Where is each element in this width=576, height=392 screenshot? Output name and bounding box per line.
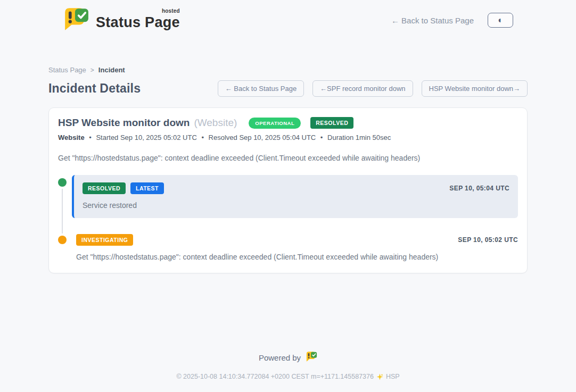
meta-separator: • xyxy=(89,134,92,141)
meta-separator: • xyxy=(320,134,323,141)
breadcrumb-status-page[interactable]: Status Page xyxy=(48,66,86,74)
meta-started: Started Sep 10, 2025 05:02 UTC xyxy=(96,134,196,141)
header-actions: ← Back to Status Page ◐ xyxy=(391,13,513,28)
header-back-link[interactable]: ← Back to Status Page xyxy=(391,16,474,25)
incident-nav-buttons: ← Back to Status Page ←SPF record monito… xyxy=(218,80,528,97)
incident-card: HSP Website monitor down (Website) OPERA… xyxy=(48,107,528,273)
half-circle-theme-icon: ◐ xyxy=(498,16,503,24)
incident-component: (Website) xyxy=(194,117,237,129)
sparkle-icon xyxy=(376,373,383,380)
brand-name: Status Page hosted xyxy=(96,10,180,31)
title-row: Incident Details ← Back to Status Page ←… xyxy=(48,80,528,97)
breadcrumb: Status Page > Incident xyxy=(48,66,528,74)
incident-description: Get "https://hostedstatus.page": context… xyxy=(58,154,518,162)
timeline-entry-investigating: INVESTIGATING SEP 10, 05:02 UTC Get "htt… xyxy=(58,234,518,261)
incident-title: HSP Website monitor down xyxy=(58,117,190,129)
timeline-entry-resolved: RESOLVED LATEST SEP 10, 05:04 UTC Servic… xyxy=(58,175,518,218)
resolved-badge: RESOLVED xyxy=(83,182,126,194)
breadcrumb-separator: > xyxy=(90,66,94,74)
incident-meta: Website • Started Sep 10, 2025 05:02 UTC… xyxy=(58,134,518,141)
resolved-state-badge: RESOLVED xyxy=(310,117,353,129)
timeline-message: Get "https://hostedstatus.page": context… xyxy=(76,253,518,261)
brand-superscript: hosted xyxy=(162,8,180,14)
timeline-highlighted-card: RESOLVED LATEST SEP 10, 05:04 UTC Servic… xyxy=(72,175,518,218)
timeline-entry-content: INVESTIGATING SEP 10, 05:02 UTC Get "htt… xyxy=(72,234,518,261)
timeline-entry-content: RESOLVED LATEST SEP 10, 05:04 UTC Servic… xyxy=(72,175,518,218)
latest-badge: LATEST xyxy=(130,182,164,194)
meta-separator: • xyxy=(201,134,204,141)
timeline-green-dot-icon xyxy=(58,178,67,187)
timeline-entry-header: INVESTIGATING SEP 10, 05:02 UTC xyxy=(76,234,518,246)
timeline-timestamp: SEP 10, 05:02 UTC xyxy=(458,236,518,244)
next-incident-button[interactable]: HSP Website monitor down→ xyxy=(422,80,528,97)
previous-incident-button[interactable]: ←SPF record monitor down xyxy=(312,80,413,97)
brand-logo: Status Page hosted xyxy=(63,7,180,34)
copyright-suffix: HSP xyxy=(386,373,400,380)
timeline-entry-header: RESOLVED LATEST SEP 10, 05:04 UTC xyxy=(83,182,509,194)
site-header: Status Page hosted ← Back to Status Page… xyxy=(0,0,576,40)
timeline-timestamp: SEP 10, 05:04 UTC xyxy=(449,185,509,192)
page-title: Incident Details xyxy=(48,81,141,96)
powered-by-label: Powered by xyxy=(259,353,301,362)
meta-resolved: Resolved Sep 10, 2025 05:04 UTC xyxy=(209,134,316,141)
breadcrumb-incident: Incident xyxy=(98,66,125,74)
timeline-message: Service restored xyxy=(83,201,509,210)
meta-duration: Duration 1min 50sec xyxy=(327,134,391,141)
theme-toggle-button[interactable]: ◐ xyxy=(488,13,513,28)
meta-component: Website xyxy=(58,134,85,141)
powered-by-link[interactable]: Powered by xyxy=(0,351,576,364)
status-page-mini-logo-icon xyxy=(306,351,317,364)
site-footer: Powered by © 2025-10-08 14:10:34.772084 … xyxy=(0,351,576,392)
incident-title-row: HSP Website monitor down (Website) OPERA… xyxy=(58,117,518,129)
copyright-text: © 2025-10-08 14:10:34.772084 +0200 CEST … xyxy=(176,373,374,380)
investigating-badge: INVESTIGATING xyxy=(76,234,133,246)
operational-status-badge: OPERATIONAL xyxy=(249,118,301,129)
main-content: Status Page > Incident Incident Details … xyxy=(48,40,528,351)
status-page-logo-icon xyxy=(63,7,89,34)
timeline-orange-dot-icon xyxy=(58,236,67,244)
incident-timeline: RESOLVED LATEST SEP 10, 05:04 UTC Servic… xyxy=(58,175,518,261)
back-to-status-page-button[interactable]: ← Back to Status Page xyxy=(218,80,304,97)
copyright-line: © 2025-10-08 14:10:34.772084 +0200 CEST … xyxy=(0,373,576,380)
